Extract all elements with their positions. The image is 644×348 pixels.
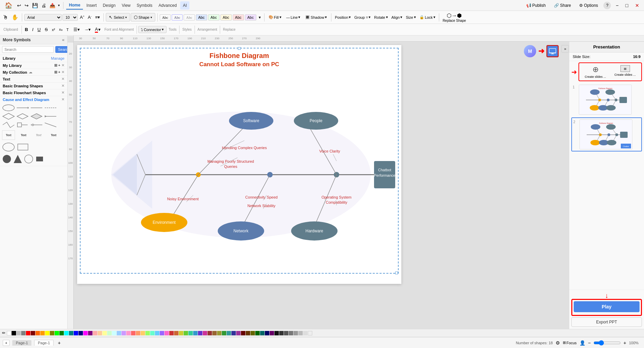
color-green[interactable] bbox=[59, 331, 64, 335]
color-dk8[interactable] bbox=[308, 331, 312, 335]
cursor-tool[interactable]: 🖱 bbox=[1, 14, 10, 21]
color-pink[interactable] bbox=[93, 331, 97, 335]
color-orange[interactable] bbox=[40, 331, 45, 335]
create-slides-2-btn[interactable]: ▤ Create slides ... bbox=[611, 65, 639, 78]
color-lgray[interactable] bbox=[16, 331, 21, 335]
my-library-add-icon[interactable]: + bbox=[58, 63, 60, 68]
style-swatch-6[interactable]: Abc bbox=[220, 14, 232, 20]
color-black[interactable] bbox=[12, 331, 16, 335]
color-orange2[interactable] bbox=[35, 331, 40, 335]
add-page-btn[interactable]: + bbox=[3, 340, 10, 346]
text-shape-1[interactable]: Text bbox=[2, 130, 15, 140]
tab-symbols[interactable]: Symbols bbox=[134, 1, 155, 10]
superscript-btn[interactable]: x² bbox=[50, 27, 57, 32]
bold-btn[interactable]: B bbox=[23, 26, 30, 33]
color-darkteal[interactable] bbox=[227, 331, 231, 335]
align-btn[interactable]: ≡▾ bbox=[94, 14, 102, 20]
color-darkpurple[interactable] bbox=[236, 331, 241, 335]
hand-tool[interactable]: ✋ bbox=[10, 13, 20, 21]
color-olive[interactable] bbox=[50, 331, 54, 335]
size-btn[interactable]: Size▾ bbox=[404, 14, 417, 20]
basic-drawing-shapes-label[interactable]: Basic Drawing Shapes bbox=[3, 84, 43, 88]
styles-more-btn[interactable]: ▾ bbox=[257, 14, 262, 20]
text-shape-2[interactable]: Text bbox=[17, 130, 30, 140]
basic-flowchart-close[interactable]: ✕ bbox=[61, 90, 65, 95]
color-ltyellow[interactable] bbox=[102, 331, 107, 335]
my-collection-share-icon[interactable]: ⊞ bbox=[54, 70, 57, 74]
color-brown[interactable] bbox=[212, 331, 217, 335]
my-library-share-icon[interactable]: ⊞ bbox=[54, 63, 57, 68]
presentation-icon-btn[interactable] bbox=[546, 45, 559, 57]
basic-drawing-close[interactable]: ✕ bbox=[61, 84, 65, 88]
color-midnight[interactable] bbox=[265, 331, 269, 335]
redo-btn[interactable]: ↪ bbox=[23, 2, 30, 9]
color-seagreen[interactable] bbox=[188, 331, 193, 335]
cause-effect-label[interactable]: Cause and Effect Diagram bbox=[3, 98, 49, 102]
color-navy[interactable] bbox=[78, 331, 83, 335]
color-peach[interactable] bbox=[98, 331, 102, 335]
shape-oval-2[interactable] bbox=[2, 142, 15, 152]
color-tool-btn[interactable]: ✏ bbox=[1, 330, 6, 336]
tab-advanced[interactable]: Advanced bbox=[156, 1, 180, 10]
color-dkseagreen[interactable] bbox=[260, 331, 264, 335]
tab-design[interactable]: Design bbox=[100, 1, 118, 10]
undo-btn[interactable]: ↩ bbox=[16, 2, 23, 9]
color-tangerine[interactable] bbox=[136, 331, 140, 335]
font-family-select[interactable]: Arial bbox=[24, 14, 62, 21]
focus-btn[interactable]: ⊞Focus bbox=[563, 340, 577, 345]
replace-shape-btn[interactable]: ⬡→⬢ Replace Shape bbox=[441, 12, 467, 23]
shape-oval-1[interactable] bbox=[2, 104, 15, 112]
list-btn[interactable]: ☰▾ bbox=[72, 26, 82, 33]
color-purple[interactable] bbox=[88, 331, 92, 335]
connector-tool-btn[interactable]: ⤵Connector▾ bbox=[138, 26, 167, 33]
color-dk7[interactable] bbox=[303, 331, 307, 335]
color-skyblue[interactable] bbox=[155, 331, 159, 335]
color-steelblue[interactable] bbox=[193, 331, 198, 335]
shape-circle-1[interactable] bbox=[2, 154, 12, 164]
cause-effect-close[interactable]: ✕ bbox=[61, 97, 65, 102]
underline-btn[interactable]: U bbox=[36, 26, 42, 33]
color-darknavy[interactable] bbox=[231, 331, 236, 335]
style-swatch-3[interactable]: Abc bbox=[184, 14, 195, 20]
shape-diamond-2[interactable] bbox=[16, 113, 29, 120]
page-tab[interactable]: Page-1 bbox=[12, 340, 31, 346]
color-sienna[interactable] bbox=[174, 331, 178, 335]
close-btn[interactable]: ✕ bbox=[633, 2, 641, 9]
shape-circle-2[interactable] bbox=[24, 154, 33, 164]
color-magenta[interactable] bbox=[83, 331, 88, 335]
shape-line-3[interactable] bbox=[44, 104, 57, 112]
tab-insert[interactable]: Insert bbox=[84, 1, 99, 10]
shape-line-4[interactable] bbox=[44, 113, 57, 120]
lock-btn[interactable]: 🔒Lock▾ bbox=[418, 14, 437, 20]
style-swatch-1[interactable]: Abc bbox=[160, 14, 171, 20]
color-khaki[interactable] bbox=[179, 331, 183, 335]
style-swatch-5[interactable]: Abc bbox=[208, 14, 219, 20]
subscript-btn[interactable]: x₂ bbox=[57, 27, 64, 32]
color-dk6[interactable] bbox=[298, 331, 303, 335]
color-lavender[interactable] bbox=[121, 331, 126, 335]
maximize-btn[interactable]: □ bbox=[624, 2, 630, 9]
canvas-area[interactable]: Fishbone Diagram Cannot Load Software on… bbox=[74, 42, 569, 329]
position-btn[interactable]: Position▾ bbox=[333, 14, 352, 20]
shadow-btn[interactable]: 🔳Shadow▾ bbox=[303, 14, 329, 20]
play-btn[interactable]: Play bbox=[574, 301, 640, 312]
color-ltblue[interactable] bbox=[117, 331, 121, 335]
color-ltgreen[interactable] bbox=[107, 331, 112, 335]
color-dkviolet[interactable] bbox=[270, 331, 274, 335]
color-dkred[interactable] bbox=[31, 331, 35, 335]
export-btn[interactable]: 📤 bbox=[48, 2, 57, 9]
search-input[interactable] bbox=[2, 46, 54, 53]
export-ppt-btn[interactable]: Export PPT bbox=[571, 317, 642, 327]
shape-connector-2[interactable] bbox=[16, 121, 29, 129]
color-gold[interactable] bbox=[141, 331, 145, 335]
manage-btn[interactable]: Manage bbox=[51, 56, 65, 60]
color-cyan[interactable] bbox=[64, 331, 69, 335]
zoom-slider[interactable] bbox=[593, 341, 621, 345]
text-section-close[interactable]: ✕ bbox=[61, 77, 65, 81]
color-gray[interactable] bbox=[21, 331, 26, 335]
color-dk2[interactable] bbox=[279, 331, 284, 335]
text-shape-3[interactable]: Text bbox=[32, 130, 45, 140]
share-btn[interactable]: 🔗Share bbox=[551, 2, 574, 9]
style-swatch-4[interactable]: Abc bbox=[196, 14, 207, 20]
color-blue[interactable] bbox=[74, 331, 78, 335]
